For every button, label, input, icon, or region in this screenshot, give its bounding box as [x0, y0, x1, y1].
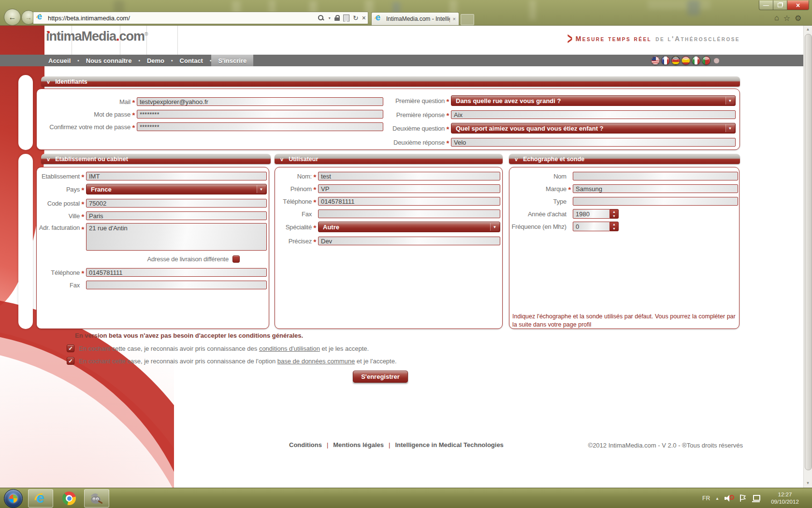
etab-fax-input[interactable] — [86, 281, 267, 289]
spinner-buttons[interactable]: ▲ ▼ — [610, 209, 619, 219]
section-header-echographe[interactable]: v Echographe et sonde — [509, 154, 740, 164]
network-icon[interactable] — [752, 495, 760, 502]
spin-down-icon[interactable]: ▼ — [612, 227, 616, 230]
purchase-year-input[interactable] — [573, 209, 610, 219]
register-button[interactable]: S'enregistrer — [353, 371, 408, 383]
spinner-buttons[interactable]: ▲ ▼ — [610, 222, 619, 231]
volume-muted-icon[interactable] — [725, 494, 734, 502]
search-caret-icon[interactable]: ▼ — [328, 16, 331, 20]
new-tab-button[interactable] — [461, 14, 474, 25]
chevron-down-icon[interactable]: ▼ — [725, 124, 734, 132]
base-donnees-link[interactable]: base de données commune — [277, 358, 355, 365]
first-answer-input[interactable] — [451, 110, 736, 119]
marque-input[interactable] — [573, 184, 738, 193]
footer-link-mentions[interactable]: Mentions légales — [333, 441, 384, 448]
portugal-flag-icon[interactable] — [702, 56, 710, 65]
france-flag-icon[interactable] — [661, 56, 670, 65]
taskbar-chrome-button[interactable] — [58, 489, 80, 508]
spin-up-icon[interactable]: ▲ — [612, 223, 616, 226]
spin-up-icon[interactable]: ▲ — [612, 210, 616, 213]
minimize-button[interactable]: — — [759, 0, 773, 10]
scrollbar-thumb[interactable] — [805, 34, 812, 470]
etab-telephone-input[interactable] — [86, 268, 267, 277]
user-telephone-input[interactable] — [318, 197, 500, 206]
address-bar[interactable]: e https://beta.intimamedia.com/ ▼ ↻ × — [33, 12, 368, 24]
prenom-input[interactable] — [318, 184, 500, 193]
start-button[interactable] — [4, 489, 23, 508]
ville-input[interactable] — [86, 211, 267, 220]
password-input[interactable] — [137, 110, 383, 119]
specialite-dropdown[interactable]: Autre ▼ — [318, 222, 500, 232]
section-header-utilisateur[interactable]: v Utilisateur — [275, 154, 503, 164]
back-button[interactable]: ← — [4, 9, 21, 26]
italy-flag-icon[interactable] — [692, 56, 700, 65]
taskbar-ie-button[interactable]: e — [28, 489, 53, 508]
tab-favicon: e — [375, 15, 383, 23]
restore-button[interactable] — [773, 0, 787, 10]
spin-down-icon[interactable]: ▼ — [612, 214, 616, 218]
compatibility-view-icon[interactable] — [343, 15, 349, 22]
second-question-dropdown[interactable]: Quel sport aimiez vous quand vous étiez … — [451, 123, 736, 134]
taskbar-clock[interactable]: 12:27 09/10/2012 — [766, 491, 804, 506]
conditions-checkbox[interactable]: ✓ — [67, 344, 74, 352]
tab-close-icon[interactable]: × — [453, 16, 456, 22]
taskbar-gimp-button[interactable] — [84, 489, 109, 508]
site-logo[interactable]: intimaMedia.com® — [46, 29, 148, 44]
stop-icon[interactable]: × — [362, 15, 366, 21]
pays-dropdown[interactable]: France ▼ — [86, 184, 267, 194]
echo-nom-input[interactable] — [573, 172, 738, 180]
nav-item-contact[interactable]: Contact — [173, 55, 210, 66]
section-header-identifiants[interactable]: v Identifiants — [41, 76, 740, 87]
user-fax-input[interactable] — [318, 209, 500, 218]
refresh-icon[interactable]: ↻ — [353, 15, 359, 21]
favorites-star-icon[interactable]: ☆ — [783, 14, 790, 23]
spain-flag-icon[interactable] — [682, 56, 690, 65]
footer-link-imt[interactable]: Intelligence in Medical Technologies — [395, 441, 503, 448]
chevron-down-icon[interactable]: ▼ — [725, 97, 734, 105]
collapse-icon[interactable]: v — [47, 79, 50, 85]
collapse-icon[interactable]: v — [515, 156, 518, 162]
type-input[interactable] — [573, 197, 738, 206]
mail-input[interactable] — [137, 97, 383, 106]
scroll-down-icon[interactable]: ▼ — [804, 479, 812, 487]
action-center-flag-icon[interactable] — [740, 494, 746, 502]
nav-item-sinscrire[interactable]: S'inscrire — [211, 55, 253, 66]
footer-link-conditions[interactable]: Conditions — [289, 441, 322, 448]
nom-input[interactable] — [318, 172, 500, 180]
nav-item-nous-connaitre[interactable]: Nous connaître — [79, 55, 139, 66]
adr-facturation-label: Adr. facturation — [29, 223, 80, 233]
language-indicator[interactable]: FR — [702, 495, 710, 502]
adr-facturation-textarea[interactable]: 21 rue d'Antin — [86, 223, 267, 251]
code-postal-input[interactable] — [86, 199, 267, 208]
browser-tab[interactable]: e IntimaMedia.com - Intellig... × — [371, 12, 459, 25]
conditions-utilisation-link[interactable]: conditions d'utilisation — [259, 345, 320, 352]
page-scrollbar[interactable]: ▲ ▼ — [803, 25, 812, 488]
tools-gear-icon[interactable]: ⚙ — [795, 14, 801, 23]
tab-title[interactable]: IntimaMedia.com - Intellig... — [386, 15, 450, 22]
scroll-up-icon[interactable]: ▲ — [804, 25, 812, 33]
nav-item-accueil[interactable]: Accueil — [42, 55, 77, 66]
confirm-password-input[interactable] — [137, 122, 383, 131]
hidden-icons-caret-icon[interactable]: ▲ — [715, 496, 719, 501]
section-header-etablissement[interactable]: v Etablissement ou cabinet — [41, 154, 271, 164]
code-postal-label: Code postal — [29, 200, 80, 207]
url-text[interactable]: https://beta.intimamedia.com/ — [48, 15, 318, 22]
us-flag-icon[interactable] — [651, 56, 660, 65]
search-icon[interactable] — [318, 15, 324, 21]
etablissement-input[interactable] — [86, 172, 267, 180]
collapse-icon[interactable]: v — [47, 156, 50, 162]
germany-flag-icon[interactable] — [671, 56, 680, 65]
system-tray: FR ▲ 12:27 09/10/2012 — [702, 488, 804, 508]
frequency-input[interactable] — [573, 222, 610, 231]
nav-item-demo[interactable]: Demo — [140, 55, 171, 66]
collapse-icon[interactable]: v — [280, 156, 283, 162]
second-answer-input[interactable] — [451, 138, 736, 147]
first-question-dropdown[interactable]: Dans quelle rue avez vous grandi ? ▼ — [451, 95, 736, 106]
precisez-input[interactable] — [318, 237, 500, 245]
home-icon[interactable]: ⌂ — [774, 14, 779, 23]
database-checkbox[interactable]: ✓ — [67, 357, 74, 365]
required-marker: * — [312, 184, 318, 193]
close-button[interactable]: × — [787, 0, 809, 10]
different-delivery-checkbox[interactable] — [232, 255, 240, 263]
chevron-down-icon[interactable]: ▼ — [257, 185, 265, 193]
